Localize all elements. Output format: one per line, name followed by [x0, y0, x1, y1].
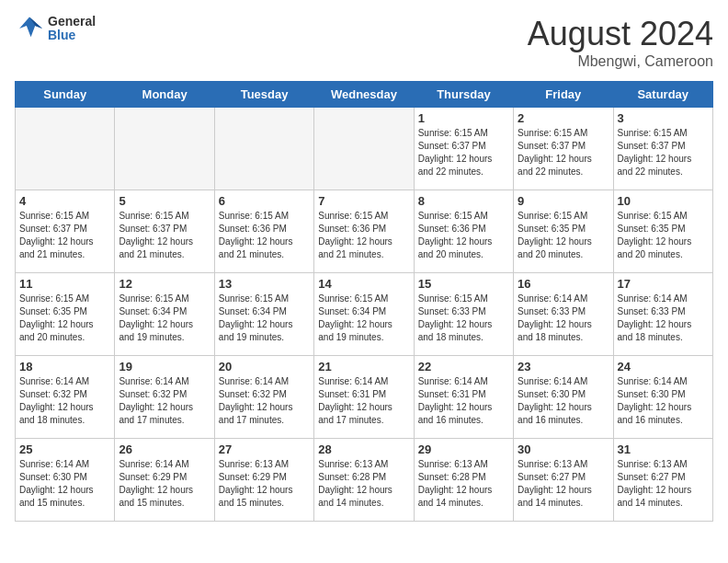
calendar-cell: 3Sunrise: 6:15 AMSunset: 6:37 PMDaylight… [613, 108, 712, 190]
day-info: Sunrise: 6:14 AMSunset: 6:32 PMDaylight:… [119, 375, 210, 427]
day-number: 12 [119, 277, 210, 291]
calendar-cell [214, 108, 313, 190]
day-number: 8 [418, 194, 509, 208]
calendar-cell: 27Sunrise: 6:13 AMSunset: 6:29 PMDayligh… [214, 439, 313, 522]
day-info: Sunrise: 6:15 AMSunset: 6:36 PMDaylight:… [219, 210, 310, 261]
day-info: Sunrise: 6:14 AMSunset: 6:30 PMDaylight:… [618, 375, 709, 427]
day-number: 25 [19, 442, 110, 456]
day-info: Sunrise: 6:15 AMSunset: 6:37 PMDaylight:… [618, 127, 709, 178]
day-info: Sunrise: 6:15 AMSunset: 6:33 PMDaylight:… [418, 293, 509, 344]
day-number: 28 [318, 442, 409, 456]
day-number: 17 [618, 277, 709, 291]
calendar-cell: 11Sunrise: 6:15 AMSunset: 6:35 PMDayligh… [16, 273, 115, 356]
page-header: General Blue August 2024 Mbengwi, Camero… [15, 15, 713, 70]
day-info: Sunrise: 6:15 AMSunset: 6:37 PMDaylight:… [518, 127, 609, 178]
weekday-header-monday: Monday [115, 82, 214, 108]
weekday-header-thursday: Thursday [414, 82, 513, 108]
day-info: Sunrise: 6:15 AMSunset: 6:34 PMDaylight:… [318, 293, 409, 344]
calendar-cell: 1Sunrise: 6:15 AMSunset: 6:37 PMDaylight… [414, 108, 513, 190]
logo-icon [15, 16, 44, 41]
weekday-header-tuesday: Tuesday [214, 82, 313, 108]
week-row-2: 4Sunrise: 6:15 AMSunset: 6:37 PMDaylight… [16, 190, 713, 273]
day-info: Sunrise: 6:14 AMSunset: 6:33 PMDaylight:… [618, 293, 709, 344]
title-block: August 2024 Mbengwi, Cameroon [528, 15, 713, 70]
calendar-cell: 17Sunrise: 6:14 AMSunset: 6:33 PMDayligh… [613, 273, 712, 356]
weekday-header-saturday: Saturday [613, 82, 712, 108]
day-info: Sunrise: 6:15 AMSunset: 6:37 PMDaylight:… [418, 127, 509, 178]
day-number: 2 [518, 111, 609, 125]
day-number: 23 [518, 360, 609, 373]
day-info: Sunrise: 6:15 AMSunset: 6:35 PMDaylight:… [19, 293, 110, 344]
day-number: 29 [418, 442, 509, 456]
calendar-cell: 8Sunrise: 6:15 AMSunset: 6:36 PMDaylight… [414, 190, 513, 273]
logo-line1: General [48, 15, 96, 29]
weekday-header-sunday: Sunday [16, 82, 115, 108]
day-info: Sunrise: 6:15 AMSunset: 6:34 PMDaylight:… [219, 293, 310, 344]
day-info: Sunrise: 6:14 AMSunset: 6:33 PMDaylight:… [518, 293, 609, 344]
day-number: 5 [119, 194, 210, 208]
calendar-body: 1Sunrise: 6:15 AMSunset: 6:37 PMDaylight… [16, 108, 713, 522]
day-info: Sunrise: 6:14 AMSunset: 6:31 PMDaylight:… [318, 375, 409, 427]
logo-text: General Blue [48, 15, 96, 43]
calendar-cell: 20Sunrise: 6:14 AMSunset: 6:32 PMDayligh… [214, 356, 313, 439]
calendar-cell: 15Sunrise: 6:15 AMSunset: 6:33 PMDayligh… [414, 273, 513, 356]
day-info: Sunrise: 6:15 AMSunset: 6:37 PMDaylight:… [19, 210, 110, 261]
calendar-cell: 4Sunrise: 6:15 AMSunset: 6:37 PMDaylight… [16, 190, 115, 273]
calendar-cell: 2Sunrise: 6:15 AMSunset: 6:37 PMDaylight… [514, 108, 613, 190]
calendar-cell [314, 108, 414, 190]
calendar-cell: 16Sunrise: 6:14 AMSunset: 6:33 PMDayligh… [514, 273, 613, 356]
calendar-cell: 13Sunrise: 6:15 AMSunset: 6:34 PMDayligh… [214, 273, 313, 356]
calendar-cell: 14Sunrise: 6:15 AMSunset: 6:34 PMDayligh… [314, 273, 414, 356]
day-number: 15 [418, 277, 509, 291]
weekday-header-friday: Friday [514, 82, 613, 108]
day-number: 24 [618, 360, 709, 373]
calendar-cell [16, 108, 115, 190]
calendar-cell: 31Sunrise: 6:13 AMSunset: 6:27 PMDayligh… [613, 439, 712, 522]
calendar-cell: 9Sunrise: 6:15 AMSunset: 6:35 PMDaylight… [514, 190, 613, 273]
logo-line2: Blue [48, 29, 96, 42]
calendar-cell: 26Sunrise: 6:14 AMSunset: 6:29 PMDayligh… [115, 439, 214, 522]
day-number: 27 [219, 442, 310, 456]
weekday-header-row: SundayMondayTuesdayWednesdayThursdayFrid… [16, 82, 713, 108]
week-row-4: 18Sunrise: 6:14 AMSunset: 6:32 PMDayligh… [16, 356, 713, 439]
day-info: Sunrise: 6:14 AMSunset: 6:30 PMDaylight:… [518, 375, 609, 427]
day-number: 13 [219, 277, 310, 291]
day-number: 14 [318, 277, 409, 291]
day-number: 4 [19, 194, 110, 208]
calendar-table: SundayMondayTuesdayWednesdayThursdayFrid… [15, 81, 713, 522]
day-info: Sunrise: 6:15 AMSunset: 6:36 PMDaylight:… [418, 210, 509, 261]
day-info: Sunrise: 6:15 AMSunset: 6:35 PMDaylight:… [618, 210, 709, 261]
day-number: 18 [19, 360, 110, 373]
day-number: 10 [618, 194, 709, 208]
calendar-cell: 28Sunrise: 6:13 AMSunset: 6:28 PMDayligh… [314, 439, 414, 522]
day-info: Sunrise: 6:14 AMSunset: 6:29 PMDaylight:… [119, 458, 210, 510]
calendar-cell: 12Sunrise: 6:15 AMSunset: 6:34 PMDayligh… [115, 273, 214, 356]
calendar-cell: 19Sunrise: 6:14 AMSunset: 6:32 PMDayligh… [115, 356, 214, 439]
day-number: 6 [219, 194, 310, 208]
location: Mbengwi, Cameroon [528, 53, 713, 70]
day-info: Sunrise: 6:13 AMSunset: 6:28 PMDaylight:… [418, 458, 509, 510]
day-number: 19 [119, 360, 210, 373]
day-number: 20 [219, 360, 310, 373]
calendar-cell: 29Sunrise: 6:13 AMSunset: 6:28 PMDayligh… [414, 439, 513, 522]
day-number: 22 [418, 360, 509, 373]
day-number: 16 [518, 277, 609, 291]
day-number: 9 [518, 194, 609, 208]
day-number: 31 [618, 442, 709, 456]
calendar-cell: 22Sunrise: 6:14 AMSunset: 6:31 PMDayligh… [414, 356, 513, 439]
calendar-cell: 25Sunrise: 6:14 AMSunset: 6:30 PMDayligh… [16, 439, 115, 522]
weekday-header-wednesday: Wednesday [314, 82, 414, 108]
week-row-3: 11Sunrise: 6:15 AMSunset: 6:35 PMDayligh… [16, 273, 713, 356]
day-info: Sunrise: 6:15 AMSunset: 6:35 PMDaylight:… [518, 210, 609, 261]
month-title: August 2024 [528, 15, 713, 53]
day-number: 1 [418, 111, 509, 125]
calendar-cell: 7Sunrise: 6:15 AMSunset: 6:36 PMDaylight… [314, 190, 414, 273]
calendar-cell: 30Sunrise: 6:13 AMSunset: 6:27 PMDayligh… [514, 439, 613, 522]
calendar-cell: 24Sunrise: 6:14 AMSunset: 6:30 PMDayligh… [613, 356, 712, 439]
day-number: 21 [318, 360, 409, 373]
day-info: Sunrise: 6:14 AMSunset: 6:32 PMDaylight:… [219, 375, 310, 427]
day-number: 3 [618, 111, 709, 125]
day-info: Sunrise: 6:13 AMSunset: 6:28 PMDaylight:… [318, 458, 409, 510]
calendar-cell: 23Sunrise: 6:14 AMSunset: 6:30 PMDayligh… [514, 356, 613, 439]
day-info: Sunrise: 6:13 AMSunset: 6:29 PMDaylight:… [219, 458, 310, 510]
